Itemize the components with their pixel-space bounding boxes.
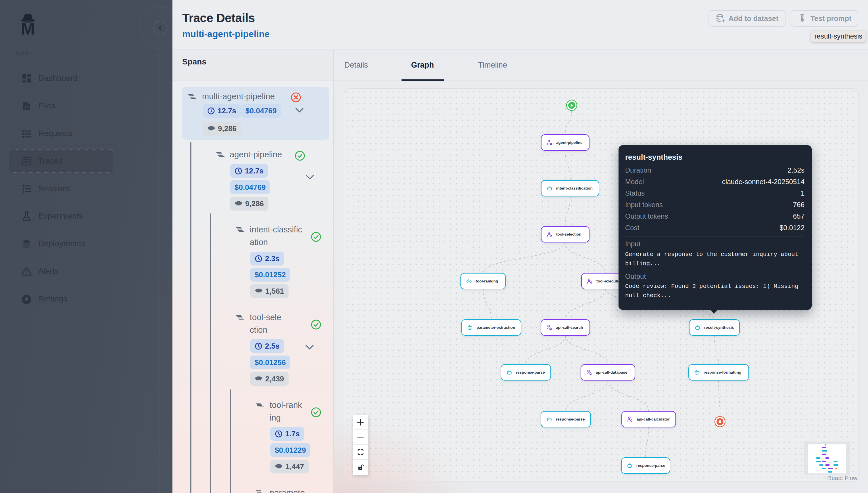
svg-text:M: M	[21, 19, 35, 35]
